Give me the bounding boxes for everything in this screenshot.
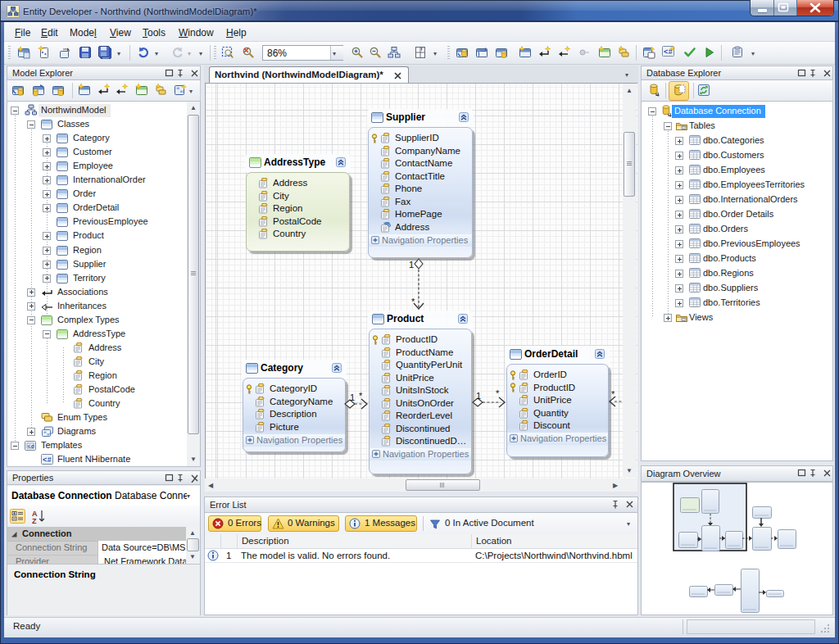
svg-text:Z: Z bbox=[32, 517, 37, 525]
svg-text:<#: <# bbox=[43, 456, 52, 465]
svg-text:<#: <# bbox=[664, 48, 673, 57]
svg-text:<e: <e bbox=[28, 443, 34, 450]
